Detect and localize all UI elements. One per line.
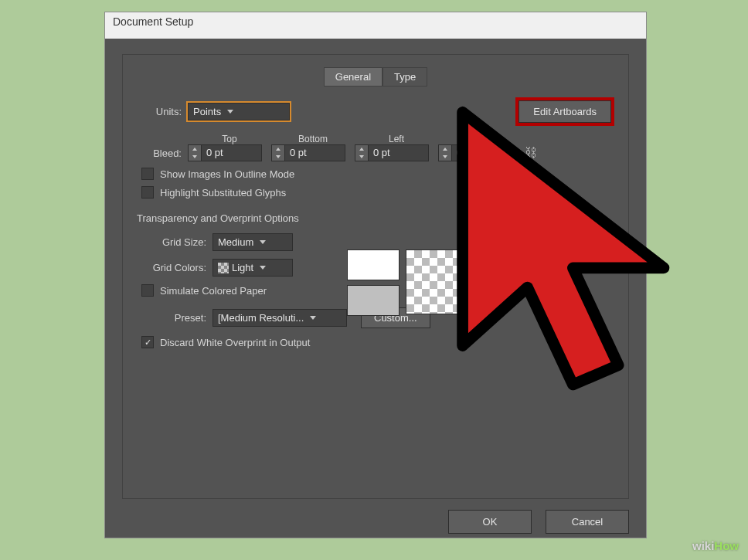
bleed-bottom-value[interactable]: 0 pt (285, 144, 345, 161)
transparency-preview (406, 249, 474, 314)
swatch-white[interactable] (347, 249, 400, 280)
watermark: wikiHow (692, 539, 739, 552)
grid-colors-value: Light (232, 262, 253, 273)
bleed-left-spinner[interactable]: 0 pt (355, 144, 429, 161)
chevron-down-icon (260, 240, 266, 244)
preset-value: [Medium Resoluti... (218, 312, 304, 324)
bleed-header-top: Top (188, 134, 271, 144)
edit-artboards-button[interactable]: Edit Artboards (518, 100, 611, 123)
link-icon[interactable]: ⛓ (525, 146, 537, 160)
units-value: Points (193, 106, 221, 117)
bleed-header-bottom: Bottom (271, 134, 355, 144)
bleed-header-left: Left (355, 134, 438, 144)
dialog-footer: OK Cancel (122, 510, 629, 534)
preset-label: Preset: (137, 312, 206, 324)
swatch-preview (347, 249, 474, 316)
preset-dropdown[interactable]: [Medium Resoluti... (212, 309, 347, 327)
highlight-glyphs-row[interactable]: Highlight Substituted Glyphs (141, 186, 614, 199)
checker-swatch-icon (218, 263, 229, 273)
document-setup-dialog: Document Setup General Type Units: Point… (104, 12, 647, 538)
bleed-header-right: Right (438, 134, 522, 144)
grid-size-row: Grid Size: Medium (137, 233, 614, 251)
chevron-down-icon (310, 316, 316, 320)
bleed-label: Bleed: (137, 148, 182, 159)
tab-general[interactable]: General (324, 67, 382, 87)
bleed-right-value[interactable]: 0 pt (452, 144, 512, 161)
bleed-row: Bleed: 0 pt 0 pt 0 pt 0 pt ⛓ (137, 144, 614, 161)
checkbox-unchecked-icon[interactable] (141, 168, 154, 180)
bleed-top-spinner[interactable]: 0 pt (188, 144, 262, 161)
dialog-title: Document Setup (105, 12, 646, 39)
checkbox-checked-icon[interactable]: ✓ (141, 336, 154, 348)
units-row: Units: Points Edit Artboards (137, 97, 614, 126)
ok-button[interactable]: OK (448, 510, 532, 534)
spinner-buttons[interactable] (188, 144, 202, 161)
grid-size-dropdown[interactable]: Medium (212, 233, 293, 251)
bleed-bottom-spinner[interactable]: 0 pt (271, 144, 345, 161)
tab-type[interactable]: Type (382, 67, 427, 87)
swatch-gray[interactable] (347, 285, 400, 316)
simulate-paper-label: Simulate Colored Paper (160, 285, 267, 297)
watermark-wiki: wiki (692, 539, 714, 552)
highlight-glyphs-label: Highlight Substituted Glyphs (160, 187, 286, 199)
grid-size-label: Grid Size: (137, 236, 206, 248)
checkbox-unchecked-icon[interactable] (141, 186, 154, 199)
discard-white-row[interactable]: ✓ Discard White Overprint in Output (141, 336, 614, 348)
edit-artboards-highlight: Edit Artboards (515, 97, 614, 126)
chevron-down-icon (227, 110, 233, 114)
settings-panel: General Type Units: Points Edit Artboard… (122, 54, 629, 499)
bleed-left-value[interactable]: 0 pt (369, 144, 429, 161)
dialog-content: General Type Units: Points Edit Artboard… (105, 39, 646, 546)
show-outline-row[interactable]: Show Images In Outline Mode (141, 168, 614, 180)
checkbox-unchecked-icon[interactable] (141, 284, 154, 297)
transparency-section-title: Transparency and Overprint Options (137, 212, 614, 224)
discard-white-label: Discard White Overprint in Output (160, 337, 310, 348)
chevron-down-icon (260, 266, 266, 270)
cancel-button[interactable]: Cancel (546, 510, 629, 534)
watermark-how: How (714, 539, 739, 552)
grid-colors-dropdown[interactable]: Light (212, 259, 293, 277)
bleed-top-value[interactable]: 0 pt (202, 144, 262, 161)
spinner-buttons[interactable] (271, 144, 285, 161)
spinner-buttons[interactable] (438, 144, 452, 161)
units-label: Units: (137, 106, 182, 117)
bleed-headers: Top Bottom Left Right (188, 134, 614, 144)
units-dropdown[interactable]: Points (188, 103, 290, 120)
tab-bar: General Type (137, 67, 614, 87)
grid-size-value: Medium (218, 236, 253, 248)
bleed-right-spinner[interactable]: 0 pt (438, 144, 512, 161)
show-outline-label: Show Images In Outline Mode (160, 168, 294, 180)
grid-colors-label: Grid Colors: (137, 262, 206, 273)
spinner-buttons[interactable] (355, 144, 369, 161)
